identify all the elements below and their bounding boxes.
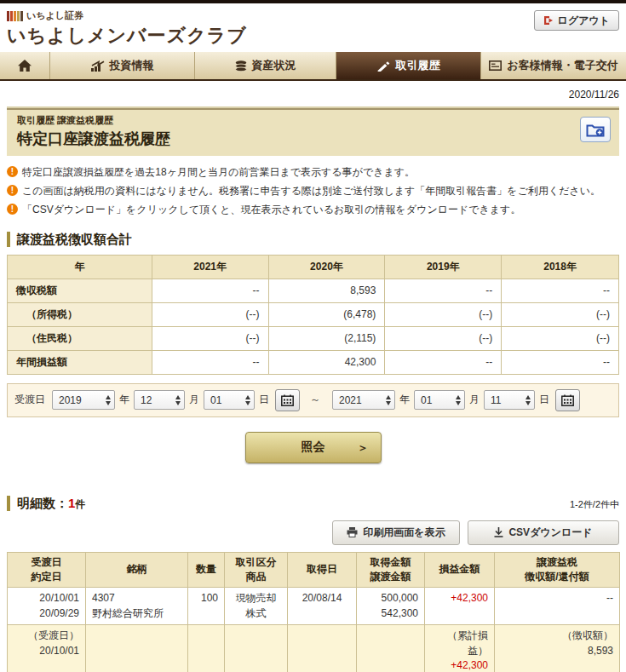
summary-col-2019: 2019年 xyxy=(385,255,502,279)
from-month-select[interactable]: 12 xyxy=(134,390,185,410)
cell-pl-amount: +42,300 xyxy=(425,588,495,625)
nav-tab-customer[interactable]: お客様情報・電子交付 xyxy=(481,52,626,79)
submit-row: 照会 ＞ xyxy=(0,417,626,475)
month-unit-label: 月 xyxy=(469,393,480,407)
from-calendar-button[interactable] xyxy=(275,389,300,411)
cell-issue: 4307野村総合研究所 xyxy=(86,588,188,625)
nav-tab-investment[interactable]: 投資情報 xyxy=(50,52,195,79)
col-transfer-tax: 譲渡益税徴収額/還付額 xyxy=(495,552,620,588)
from-day-value: 01 xyxy=(210,394,221,406)
from-year-select[interactable]: 2019 xyxy=(52,390,115,410)
save-view-button[interactable] xyxy=(580,117,611,142)
cell-value: (2,115) xyxy=(268,326,385,350)
year-unit-label: 年 xyxy=(399,393,410,407)
notice-list: ! 特定口座譲渡損益履歴を過去18ヶ月間と当月の前営業日まで表示する事ができます… xyxy=(7,165,619,217)
row-label-annual-pl: 年間損益額 xyxy=(8,350,152,374)
document-card-icon xyxy=(489,60,502,71)
cell-value: -- xyxy=(385,279,502,302)
summary-section-heading: 譲渡益税徴収額合計 xyxy=(7,232,619,247)
col-pl-amount: 損益金額 xyxy=(425,552,495,588)
inquiry-button[interactable]: 照会 ＞ xyxy=(245,432,382,463)
summary-col-2020: 2020年 xyxy=(268,255,385,279)
to-year-select[interactable]: 2021 xyxy=(332,390,395,410)
col-settlement-date: 受渡日約定日 xyxy=(8,552,86,588)
breadcrumb: 取引履歴 譲渡益税履歴 xyxy=(17,114,609,127)
cell-value: (6,478) xyxy=(268,302,385,326)
col-issue: 銘柄 xyxy=(86,552,188,588)
page-title-bar: 取引履歴 譲渡益税履歴 特定口座譲渡益税履歴 xyxy=(7,106,619,156)
to-month-value: 01 xyxy=(421,394,432,406)
table-row: 年間損益額 -- 42,300 -- -- xyxy=(8,350,619,374)
col-quantity: 数量 xyxy=(188,552,225,588)
transaction-detail-table: 受渡日約定日 銘柄 数量 取引区分商品 取得日 取得金額譲渡金額 損益金額 譲渡… xyxy=(7,552,620,672)
cell-value: 42,300 xyxy=(268,350,385,374)
spinner-icon xyxy=(525,395,531,405)
cell-transfer-tax: -- xyxy=(495,588,620,625)
detail-count-unit: 件 xyxy=(75,498,85,510)
total-row: （受渡日）20/10/01 （累計損益）+42,300 （徴収額）8,593 xyxy=(8,625,620,672)
row-label-income-tax: （所得税） xyxy=(8,302,152,326)
cell-value: (--) xyxy=(152,326,268,350)
to-calendar-button[interactable] xyxy=(555,389,580,411)
detail-count-heading: 明細数：1件 xyxy=(7,496,85,511)
year-unit-label: 年 xyxy=(119,393,129,407)
date-filter: 受渡日 2019 年 12 月 01 日 ～ 2021 年 01 月 11 日 xyxy=(7,383,619,417)
month-unit-label: 月 xyxy=(189,393,199,407)
cell-value: (--) xyxy=(502,302,619,326)
brand-logo-icon xyxy=(7,11,23,21)
range-tilde: ～ xyxy=(310,393,320,407)
cell-empty xyxy=(288,625,357,672)
notice-text: この画面は納税用の資料にはなりません。税務署に申告する際は別途ご送付致します「年… xyxy=(22,184,600,198)
from-day-select[interactable]: 01 xyxy=(204,390,255,410)
summary-col-year: 年 xyxy=(8,255,152,279)
cell-amounts: 500,000542,300 xyxy=(357,588,425,625)
pen-hand-icon xyxy=(377,60,391,72)
table-row: 徴収税額 -- 8,593 -- -- xyxy=(8,279,619,302)
coins-icon xyxy=(235,60,247,72)
cell-value: -- xyxy=(502,279,619,302)
notice-item: ! 特定口座譲渡損益履歴を過去18ヶ月間と当月の前営業日まで表示する事ができます… xyxy=(7,165,619,179)
day-unit-label: 日 xyxy=(259,393,269,407)
cell-empty xyxy=(86,625,188,672)
detail-count-label: 明細数： xyxy=(17,496,68,510)
logout-icon xyxy=(543,15,554,26)
cell-empty xyxy=(188,625,225,672)
chevron-right-icon: ＞ xyxy=(358,440,369,456)
printer-icon xyxy=(347,527,358,537)
print-view-label: 印刷用画面を表示 xyxy=(363,526,445,540)
nav-tab-assets[interactable]: 資産状況 xyxy=(195,52,336,79)
notice-text: 特定口座譲渡損益履歴を過去18ヶ月間と当月の前営業日まで表示する事ができます。 xyxy=(22,165,415,179)
calendar-icon xyxy=(561,394,574,406)
table-row: （住民税） (--) (2,115) (--) (--) xyxy=(8,326,619,350)
nav-tab-home[interactable] xyxy=(0,52,50,79)
calendar-icon xyxy=(281,394,294,406)
col-amounts: 取得金額譲渡金額 xyxy=(357,552,425,588)
col-acquisition-date: 取得日 xyxy=(288,552,357,588)
cell-value: (--) xyxy=(385,326,502,350)
alert-icon: ! xyxy=(7,166,18,177)
print-view-button[interactable]: 印刷用画面を表示 xyxy=(332,520,460,545)
brand-company-name: いちよし証券 xyxy=(26,9,83,22)
cell-value: (--) xyxy=(152,302,268,326)
logout-label: ログアウト xyxy=(558,14,610,28)
logout-button[interactable]: ログアウト xyxy=(534,10,619,31)
csv-download-button[interactable]: CSVダウンロード xyxy=(468,520,619,545)
cell-acquisition-date: 20/08/14 xyxy=(288,588,357,625)
notice-item: ! この画面は納税用の資料にはなりません。税務署に申告する際は別途ご送付致します… xyxy=(7,184,619,198)
nav-label-customer: お客様情報・電子交付 xyxy=(507,58,617,73)
day-unit-label: 日 xyxy=(539,393,549,407)
table-actions: 印刷用画面を表示 CSVダウンロード xyxy=(7,520,619,545)
table-row: （所得税） (--) (6,478) (--) (--) xyxy=(8,302,619,326)
pagination-range: 1-2件/2件中 xyxy=(570,498,619,511)
csv-download-label: CSVダウンロード xyxy=(508,526,592,540)
spinner-icon xyxy=(386,395,391,405)
summary-col-2021: 2021年 xyxy=(152,255,268,279)
cell-trade-type: 現物売却株式 xyxy=(225,588,288,625)
to-month-select[interactable]: 01 xyxy=(414,390,465,410)
site-title: いちよしメンバーズクラブ xyxy=(7,23,619,49)
to-day-select[interactable]: 11 xyxy=(484,390,535,410)
cell-value: (--) xyxy=(385,302,502,326)
cell-quantity: 100 xyxy=(188,588,225,625)
spinner-icon xyxy=(106,395,111,405)
nav-tab-history[interactable]: 取引履歴 xyxy=(336,52,481,79)
